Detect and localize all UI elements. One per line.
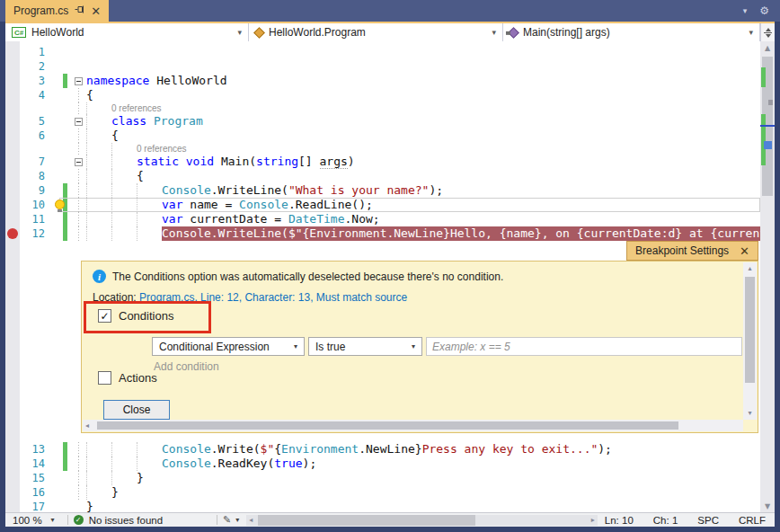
code-line-1[interactable]: 1 xyxy=(5,45,760,59)
scrollbar-thumb[interactable] xyxy=(97,421,678,430)
scroll-up-icon[interactable]: ▴ xyxy=(745,262,754,275)
breakpoint-margin[interactable] xyxy=(5,155,20,169)
breakpoint-settings-tab[interactable]: Breakpoint Settings ✕ xyxy=(626,241,758,261)
code-editor[interactable]: 123namespace HelloWorld4{0 references5cl… xyxy=(5,41,760,512)
code-text[interactable]: { xyxy=(86,88,760,102)
breakpoint-margin[interactable] xyxy=(5,500,20,512)
code-line-12[interactable]: 12Console.WriteLine($"{Environment.NewLi… xyxy=(5,226,760,241)
add-condition-link[interactable]: Add condition xyxy=(154,360,219,373)
codelens-references[interactable]: 0 references xyxy=(137,144,187,154)
code-line-8[interactable]: 8{ xyxy=(5,169,760,183)
tab-program-cs[interactable]: Program.cs ✕ xyxy=(5,0,109,22)
code-line-16[interactable]: 16} xyxy=(5,485,760,500)
fold-toggle-icon[interactable] xyxy=(75,118,83,126)
scroll-up-icon[interactable]: ▲ xyxy=(760,41,775,54)
project-dropdown[interactable]: C# HelloWorld ▾ xyxy=(5,23,249,41)
pin-icon[interactable] xyxy=(75,4,84,17)
code-line-13[interactable]: 13Console.Write($"{Environment.NewLine}P… xyxy=(5,442,760,457)
code-line-5[interactable]: 5class Program xyxy=(5,114,760,129)
fold-toggle-icon[interactable] xyxy=(75,158,83,166)
code-line-4[interactable]: 4{ xyxy=(5,88,760,102)
breakpoint-margin[interactable] xyxy=(5,198,20,212)
split-editor-handle[interactable] xyxy=(760,23,775,41)
scroll-left-icon[interactable]: ◂ xyxy=(246,514,255,527)
breakpoint-margin[interactable] xyxy=(5,114,20,129)
code-text[interactable]: { xyxy=(86,129,760,143)
scrollbar-track[interactable] xyxy=(760,54,775,500)
scroll-down-icon[interactable]: ▾ xyxy=(745,407,754,420)
chevron-down-icon[interactable]: ▾ xyxy=(404,342,415,350)
pen-icon[interactable]: ✎ xyxy=(223,514,231,526)
breakpoint-margin[interactable] xyxy=(5,169,20,183)
code-text[interactable]: 0 references xyxy=(86,143,760,155)
tab-close-icon[interactable]: ✕ xyxy=(91,5,101,17)
code-line-17[interactable]: 17} xyxy=(5,500,760,512)
code-text[interactable]: } xyxy=(86,500,760,512)
breakpoint-margin[interactable] xyxy=(5,59,20,74)
code-line-14[interactable]: 14Console.ReadKey(true); xyxy=(5,457,760,471)
code-text[interactable]: static void Main(string[] args) xyxy=(86,155,760,169)
code-text[interactable]: var currentDate = DateTime.Now; xyxy=(86,212,760,226)
close-button[interactable]: Close xyxy=(103,400,170,420)
spaces-indicator[interactable]: SPC xyxy=(697,515,719,526)
code-line-3[interactable]: 3namespace HelloWorld xyxy=(5,74,760,88)
condition-expression-input[interactable] xyxy=(426,337,742,356)
editor-horizontal-scrollbar[interactable]: ◂ ▸ xyxy=(246,515,598,526)
code-text[interactable]: class Program xyxy=(86,114,760,129)
breakpoint-margin[interactable] xyxy=(5,129,20,143)
breakpoint-margin[interactable] xyxy=(5,485,20,500)
code-line-7[interactable]: 7static void Main(string[] args) xyxy=(5,155,760,169)
chevron-down-icon[interactable]: ▾ xyxy=(51,516,55,524)
column-indicator[interactable]: Ch: 1 xyxy=(653,515,678,526)
code-line-11[interactable]: 11var currentDate = DateTime.Now; xyxy=(5,212,760,226)
peek-close-icon[interactable]: ✕ xyxy=(740,245,749,257)
scroll-right-icon[interactable]: ▸ xyxy=(589,514,598,527)
line-indicator[interactable]: Ln: 10 xyxy=(605,515,634,526)
code-text[interactable]: var name = Console.ReadLine(); xyxy=(86,198,760,212)
breakpoint-margin[interactable] xyxy=(5,74,20,88)
breakpoint-margin[interactable] xyxy=(5,226,20,241)
chevron-down-icon[interactable]: ▾ xyxy=(287,342,297,350)
code-text[interactable]: Console.Write($"{Environment.NewLine}Pre… xyxy=(86,442,760,457)
codelens-references[interactable]: 0 references xyxy=(111,103,162,113)
scrollbar-thumb[interactable] xyxy=(745,277,755,383)
scrollbar-thumb[interactable] xyxy=(258,515,475,526)
type-dropdown[interactable]: HelloWorld.Program ▾ xyxy=(249,23,503,41)
actions-checkbox[interactable] xyxy=(98,371,111,385)
code-text[interactable]: } xyxy=(86,471,760,485)
code-line-9[interactable]: 9Console.WriteLine("What is your name?")… xyxy=(5,183,760,198)
code-line-2[interactable]: 2 xyxy=(5,59,760,74)
peek-horizontal-scrollbar[interactable]: ◂ xyxy=(83,420,743,431)
scroll-down-icon[interactable]: ▼ xyxy=(760,500,775,512)
chevron-down-icon[interactable]: ▾ xyxy=(232,28,242,37)
active-files-chevron-icon[interactable]: ▾ xyxy=(743,6,748,15)
code-text[interactable] xyxy=(86,45,760,59)
code-line-10[interactable]: 10var name = Console.ReadLine(); xyxy=(5,198,760,212)
code-line-6[interactable]: 6{ xyxy=(5,129,760,143)
breakpoint-indicator-icon[interactable] xyxy=(7,228,18,239)
breakpoint-margin[interactable] xyxy=(5,212,20,226)
breakpoint-margin[interactable] xyxy=(5,442,20,457)
code-text[interactable]: Console.ReadKey(true); xyxy=(86,457,760,471)
chevron-down-icon[interactable]: ▾ xyxy=(235,516,239,524)
chevron-down-icon[interactable]: ▾ xyxy=(743,28,753,37)
scroll-left-icon[interactable]: ◂ xyxy=(83,420,92,432)
breakpoint-margin[interactable] xyxy=(5,183,20,198)
code-text[interactable]: { xyxy=(86,169,760,183)
breakpoint-margin[interactable] xyxy=(5,88,20,102)
editor-vertical-scrollbar[interactable]: ▲ ▼ xyxy=(760,41,775,512)
condition-type-dropdown[interactable]: Conditional Expression ▾ xyxy=(152,337,305,356)
code-text[interactable]: Console.WriteLine($"{Environment.NewLine… xyxy=(86,226,760,241)
breakpoint-margin[interactable] xyxy=(5,457,20,471)
code-text[interactable]: namespace HelloWorld xyxy=(86,74,760,88)
zoom-dropdown[interactable]: 100 % ▾ xyxy=(5,515,62,526)
window-options-gear-icon[interactable]: ⚙ xyxy=(759,4,769,17)
breakpoint-margin[interactable] xyxy=(5,45,20,59)
code-text[interactable]: } xyxy=(86,485,760,500)
code-text[interactable]: 0 references xyxy=(86,102,760,114)
fold-toggle-icon[interactable] xyxy=(75,77,83,85)
breakpoint-margin[interactable] xyxy=(5,471,20,485)
lightbulb-icon[interactable] xyxy=(55,200,65,209)
peek-vertical-scrollbar[interactable]: ▴ ▾ xyxy=(743,262,757,420)
member-dropdown[interactable]: Main(string[] args) ▾ xyxy=(503,23,760,41)
